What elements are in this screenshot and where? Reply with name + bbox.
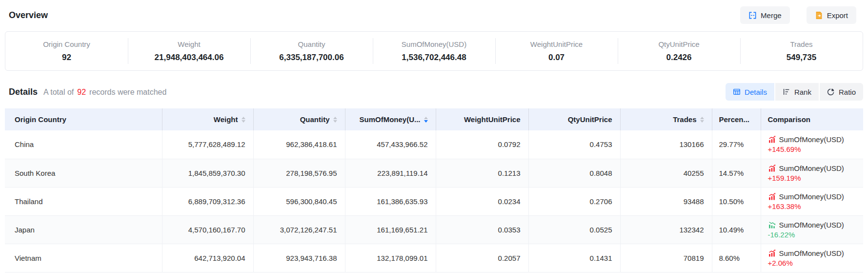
cell-qty-unit-price: 0.0525 — [528, 215, 620, 244]
table-row[interactable]: China 5,777,628,489.12 962,386,418.61 45… — [5, 130, 863, 159]
comparison-indicator: SumOfMoney(USD) -16.22% — [768, 221, 861, 239]
cell-weight-unit-price: 0.0353 — [436, 215, 528, 244]
column-label: Trades — [673, 115, 696, 124]
trend-up-chart-icon — [768, 249, 776, 257]
export-icon — [815, 11, 823, 20]
stat-weight-unit-price: WeightUnitPrice 0.07 — [495, 32, 618, 70]
cell-percent: 10.50% — [712, 187, 761, 215]
cell-trades: 70819 — [620, 244, 712, 272]
stat-origin-country: Origin Country 92 — [5, 32, 128, 70]
stat-value: 0.07 — [548, 53, 565, 63]
column-label: Weight — [214, 115, 238, 124]
cell-origin-country: South Korea — [5, 159, 162, 187]
column-header-sum-of-money[interactable]: SumOfMoney(U... — [345, 108, 436, 130]
ratio-icon — [827, 88, 835, 96]
cell-weight-unit-price: 0.0792 — [436, 130, 528, 159]
column-header-qty-unit-price: QtyUnitPrice — [528, 108, 620, 130]
comparison-metric-label: SumOfMoney(USD) — [779, 249, 844, 257]
column-header-trades[interactable]: Trades — [620, 108, 712, 130]
overview-stats-card: Origin Country 92 Weight 21,948,403,464.… — [5, 31, 863, 71]
cell-quantity: 596,300,840.45 — [253, 187, 345, 215]
cell-qty-unit-price: 0.4753 — [528, 130, 620, 159]
table-row[interactable]: Vietnam 642,713,920.04 923,943,716.38 13… — [5, 244, 863, 272]
match-suffix: records were matched — [89, 88, 166, 96]
stat-sum-of-money: SumOfMoney(USD) 1,536,702,446.48 — [373, 32, 495, 70]
column-label: Origin Country — [15, 115, 66, 124]
sort-icon[interactable] — [333, 117, 337, 123]
sort-icon[interactable] — [242, 117, 245, 123]
top-actions: Merge Export — [740, 6, 856, 24]
stat-label: Origin Country — [43, 40, 90, 48]
cell-weight: 4,570,160,167.70 — [162, 215, 253, 244]
merge-button-label: Merge — [761, 11, 782, 20]
column-header-weight-unit-price: WeightUnitPrice — [436, 108, 528, 130]
column-label: Quantity — [300, 115, 330, 124]
cell-qty-unit-price: 0.1431 — [528, 244, 620, 272]
cell-comparison: SumOfMoney(USD) +145.69% — [761, 130, 863, 159]
merge-icon — [748, 11, 757, 20]
cell-qty-unit-price: 0.2706 — [528, 187, 620, 215]
cell-weight-unit-price: 0.2057 — [436, 244, 528, 272]
cell-origin-country: Vietnam — [5, 244, 162, 272]
merge-button[interactable]: Merge — [740, 6, 790, 24]
stat-label: WeightUnitPrice — [530, 40, 583, 48]
view-switcher: Details Rank Ratio — [726, 83, 863, 101]
details-bar: Details A total of92records were matched… — [9, 83, 863, 101]
tab-rank[interactable]: Rank — [775, 83, 819, 101]
column-label: Comparison — [768, 115, 811, 124]
match-summary: A total of92records were matched — [43, 88, 166, 97]
comparison-delta: +163.38% — [768, 202, 861, 210]
column-header-origin-country: Origin Country — [5, 108, 162, 130]
cell-weight: 5,777,628,489.12 — [162, 130, 253, 159]
cell-comparison: SumOfMoney(USD) -16.22% — [761, 215, 863, 244]
column-label: Percen... — [719, 115, 750, 124]
export-button-label: Export — [827, 11, 848, 20]
column-header-comparison: Comparison — [761, 108, 863, 130]
details-heading: Details A total of92records were matched — [9, 87, 166, 97]
column-header-weight[interactable]: Weight — [162, 108, 253, 130]
cell-percent: 8.60% — [712, 244, 761, 272]
stat-value: 0.2426 — [666, 53, 692, 63]
cell-comparison: SumOfMoney(USD) +163.38% — [761, 187, 863, 215]
comparison-metric-label: SumOfMoney(USD) — [779, 221, 844, 229]
details-table: Origin Country Weight Quantity SumOfMone… — [5, 108, 863, 273]
cell-quantity: 923,943,716.38 — [253, 244, 345, 272]
stat-value: 1,536,702,446.48 — [402, 53, 466, 63]
table-header: Origin Country Weight Quantity SumOfMone… — [5, 108, 863, 130]
tab-ratio[interactable]: Ratio — [820, 83, 863, 101]
column-header-percent: Percen... — [712, 108, 761, 130]
stat-label: Trades — [790, 40, 812, 48]
comparison-metric-label: SumOfMoney(USD) — [779, 192, 844, 201]
comparison-delta: -16.22% — [768, 231, 861, 239]
cell-percent: 29.77% — [712, 130, 761, 159]
stat-value: 21,948,403,464.06 — [155, 53, 224, 63]
cell-sum-of-money: 223,891,119.14 — [345, 159, 436, 187]
table-row[interactable]: Japan 4,570,160,167.70 3,072,126,247.51 … — [5, 215, 863, 244]
stat-value: 92 — [62, 53, 71, 63]
column-label: SumOfMoney(U... — [359, 115, 420, 124]
stat-label: SumOfMoney(USD) — [402, 40, 466, 48]
cell-sum-of-money: 161,169,651.21 — [345, 215, 436, 244]
trend-up-chart-icon — [768, 192, 776, 201]
sort-icon[interactable] — [700, 117, 704, 123]
table-row[interactable]: South Korea 1,845,859,370.30 278,198,576… — [5, 159, 863, 187]
tab-details[interactable]: Details — [726, 83, 774, 101]
page-title: Overview — [9, 10, 48, 21]
comparison-metric-label: SumOfMoney(USD) — [779, 135, 844, 144]
comparison-indicator: SumOfMoney(USD) +2.06% — [768, 249, 861, 267]
table-row[interactable]: Thailand 6,889,709,312.36 596,300,840.45… — [5, 187, 863, 215]
cell-sum-of-money: 132,178,099.01 — [345, 244, 436, 272]
stat-trades: Trades 549,735 — [740, 32, 863, 70]
match-count: 92 — [77, 88, 86, 96]
export-button[interactable]: Export — [807, 6, 856, 24]
cell-weight-unit-price: 0.0234 — [436, 187, 528, 215]
column-header-quantity[interactable]: Quantity — [253, 108, 345, 130]
cell-sum-of-money: 161,386,635.93 — [345, 187, 436, 215]
cell-weight: 642,713,920.04 — [162, 244, 253, 272]
sort-icon-active-desc[interactable] — [424, 117, 428, 123]
cell-origin-country: Thailand — [5, 187, 162, 215]
stat-qty-unit-price: QtyUnitPrice 0.2426 — [618, 32, 740, 70]
trend-down-chart-icon — [768, 221, 776, 229]
cell-sum-of-money: 457,433,966.52 — [345, 130, 436, 159]
cell-trades: 40255 — [620, 159, 712, 187]
